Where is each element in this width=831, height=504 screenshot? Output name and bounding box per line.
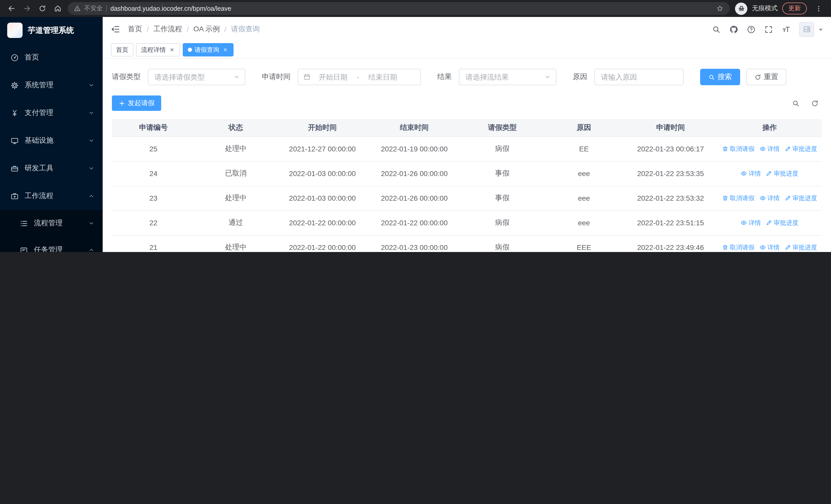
app-logo: 芋道管理系统 <box>0 17 103 43</box>
home-icon[interactable] <box>50 1 65 16</box>
search-icon[interactable] <box>712 25 721 34</box>
table-search-icon[interactable] <box>792 99 800 107</box>
cell-actions: 取消请假详情审批进度 <box>717 186 822 210</box>
cell-type: 病假 <box>460 137 544 161</box>
chevron-down-icon[interactable] <box>819 28 823 33</box>
chevron-down-icon <box>88 138 94 144</box>
approval-progress-link[interactable]: 审批进度 <box>766 169 798 178</box>
column-header: 申请时间 <box>624 119 717 137</box>
approval-progress-link[interactable]: 审批进度 <box>766 218 798 227</box>
cell-actions: 取消请假详情审批进度 <box>717 137 822 161</box>
reason-field[interactable] <box>594 69 684 85</box>
page-root: 不安全 dashboard.yudao.iocoder.cn/bpm/oa/le… <box>0 0 831 252</box>
user-avatar[interactable] <box>799 22 814 37</box>
approval-progress-link[interactable]: 审批进度 <box>785 194 817 203</box>
detail-link[interactable]: 详情 <box>741 218 761 227</box>
sidebar-item-task-management[interactable]: 任务管理 <box>0 237 103 252</box>
breadcrumb-item[interactable]: 工作流程 <box>153 25 182 34</box>
breadcrumb-item-current: 请假查询 <box>231 25 260 34</box>
tab-label: 请假查询 <box>195 46 219 54</box>
end-date-input[interactable] <box>362 73 403 81</box>
detail-link[interactable]: 详情 <box>760 194 780 203</box>
chevron-up-icon <box>88 193 94 199</box>
cell-end: 2022-01-22 00:00:00 <box>368 210 460 235</box>
date-range-separator: - <box>356 73 360 81</box>
tags-view: 首页 流程详情 请假查询 <box>103 41 831 59</box>
cell-applied: 2022-01-23 00:06:17 <box>624 137 717 161</box>
breadcrumb-item[interactable]: OA 示例 <box>194 25 220 34</box>
reason-input[interactable] <box>601 73 677 81</box>
cell-actions: 取消请假详情审批进度 <box>717 235 822 252</box>
cell-applied: 2022-01-22 23:53:32 <box>624 186 717 210</box>
approval-progress-link[interactable]: 审批进度 <box>785 243 817 252</box>
tab-home[interactable]: 首页 <box>111 43 134 56</box>
tab-process-detail[interactable]: 流程详情 <box>136 43 180 56</box>
cell-reason: eee <box>544 186 624 210</box>
topbar: 首页 / 工作流程 / OA 示例 / 请假查询 <box>103 17 831 41</box>
cell-type: 事假 <box>460 186 544 210</box>
cell-status: 已取消 <box>195 161 277 186</box>
tab-leave-query[interactable]: 请假查询 <box>183 43 233 56</box>
cancel-leave-link[interactable]: 取消请假 <box>722 194 754 203</box>
cell-type: 事假 <box>460 161 544 186</box>
fullscreen-icon[interactable] <box>764 25 773 34</box>
leave-table: 申请编号状态开始时间结束时间请假类型原因申请时间操作 25处理中2021-12-… <box>112 119 822 252</box>
help-icon[interactable] <box>747 25 755 34</box>
reset-button[interactable]: 重置 <box>746 69 786 85</box>
table-refresh-icon[interactable] <box>811 99 819 107</box>
bookmark-star-icon[interactable] <box>716 5 724 12</box>
cell-start: 2022-01-22 00:00:00 <box>277 210 368 235</box>
sidebar-item-devtools[interactable]: 研发工具 <box>0 154 103 182</box>
result-input[interactable] <box>465 73 545 81</box>
collapse-sidebar-icon[interactable] <box>111 25 120 34</box>
result-select[interactable] <box>459 69 556 85</box>
detail-link[interactable]: 详情 <box>760 243 780 252</box>
cell-status: 通过 <box>195 210 277 235</box>
column-header: 申请编号 <box>112 119 195 137</box>
table-row: 22通过2022-01-22 00:00:002022-01-22 00:00:… <box>112 210 822 235</box>
forward-icon[interactable] <box>20 1 34 16</box>
cell-reason: eee <box>544 210 624 235</box>
toolbox-icon <box>10 164 19 173</box>
url-divider <box>106 5 107 12</box>
detail-link[interactable]: 详情 <box>760 145 780 153</box>
apply-time-range-picker[interactable]: - <box>298 69 421 85</box>
sidebar-item-home[interactable]: 首页 <box>0 43 103 71</box>
close-icon[interactable] <box>168 47 175 53</box>
update-button[interactable]: 更新 <box>782 3 807 14</box>
cell-id: 25 <box>112 137 195 161</box>
back-icon[interactable] <box>4 1 19 16</box>
dashboard-icon <box>10 53 19 62</box>
font-size-icon[interactable] <box>782 25 791 34</box>
leave-type-select[interactable] <box>148 69 245 85</box>
table-toolbar: 发起请假 <box>112 95 822 111</box>
sidebar-item-label: 研发工具 <box>25 164 53 173</box>
sidebar-item-process-management[interactable]: 流程管理 <box>0 210 103 237</box>
url-bar[interactable]: 不安全 dashboard.yudao.iocoder.cn/bpm/oa/le… <box>68 2 730 15</box>
approval-progress-link[interactable]: 审批进度 <box>785 145 817 153</box>
leave-type-input[interactable] <box>154 73 233 81</box>
sidebar-item-payment[interactable]: 支付管理 <box>0 99 103 127</box>
sidebar-item-workflow[interactable]: 工作流程 <box>0 182 103 210</box>
sidebar-item-system[interactable]: 系统管理 <box>0 71 103 99</box>
cell-status: 处理中 <box>195 186 277 210</box>
cell-applied: 2022-01-22 23:51:15 <box>624 210 717 235</box>
github-icon[interactable] <box>729 25 738 34</box>
browser-chrome: 不安全 dashboard.yudao.iocoder.cn/bpm/oa/le… <box>0 0 831 17</box>
cancel-leave-link[interactable]: 取消请假 <box>722 145 754 153</box>
start-date-input[interactable] <box>313 73 354 81</box>
browser-menu-icon[interactable] <box>811 1 826 16</box>
close-icon[interactable] <box>222 47 228 53</box>
detail-link[interactable]: 详情 <box>741 169 761 178</box>
breadcrumb-item[interactable]: 首页 <box>128 25 142 34</box>
active-tab-dot <box>188 48 192 52</box>
cancel-leave-link[interactable]: 取消请假 <box>722 243 754 252</box>
reload-icon[interactable] <box>35 1 49 16</box>
sidebar-item-infrastructure[interactable]: 基础设施 <box>0 127 103 154</box>
create-leave-button[interactable]: 发起请假 <box>112 95 161 111</box>
create-leave-label: 发起请假 <box>128 98 154 108</box>
breadcrumb-separator: / <box>224 25 226 33</box>
search-button[interactable]: 搜索 <box>700 69 740 85</box>
page-content: 请假类型 申请时间 - 结果 <box>103 59 831 252</box>
sidebar-item-label: 支付管理 <box>25 108 53 118</box>
